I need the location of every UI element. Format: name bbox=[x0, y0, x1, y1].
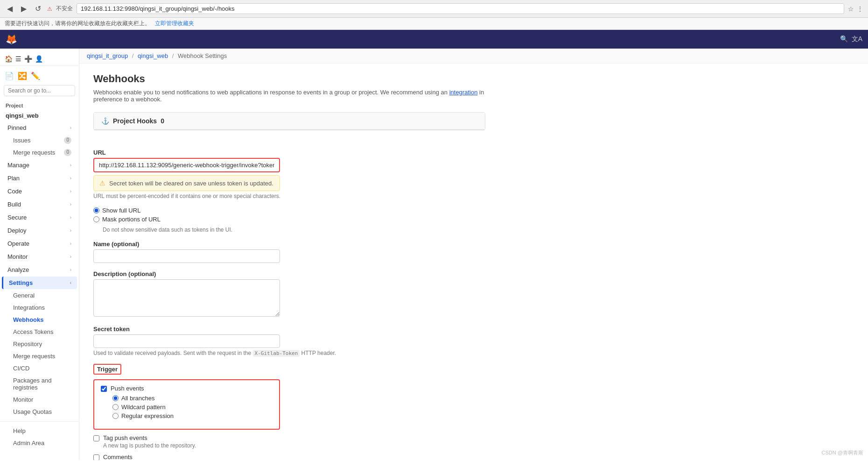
sidebar-avatar[interactable]: 👤 bbox=[35, 55, 43, 63]
secret-token-input[interactable] bbox=[93, 334, 280, 348]
security-warning-icon: ⚠ bbox=[47, 6, 52, 12]
url-input[interactable] bbox=[93, 158, 280, 172]
page-description: Webhooks enable you to send notification… bbox=[93, 89, 485, 103]
sidebar-item-merge-requests[interactable]: Merge requests 0 bbox=[2, 147, 77, 158]
x-gitlab-token-code: X-Gitlab-Token bbox=[253, 350, 300, 357]
sidebar-icons-row: 📄 🔀 ✏️ bbox=[0, 70, 79, 82]
push-events-item: Push events All branches Wil bbox=[101, 385, 273, 419]
app-wrapper: 🦊 🔍 文A 🏠 ☰ ➕ 👤 📄 🔀 ✏️ Project bbox=[0, 30, 868, 460]
show-full-url-radio[interactable] bbox=[93, 207, 99, 213]
sidebar-item-monitor[interactable]: Monitor › bbox=[2, 250, 77, 263]
chevron-icon: › bbox=[70, 215, 71, 220]
sidebar-bottom: Help Admin Area bbox=[0, 421, 79, 449]
sidebar-plus-icon[interactable]: ➕ bbox=[24, 55, 32, 63]
sidebar-item-pinned[interactable]: Pinned › bbox=[2, 121, 77, 134]
breadcrumb: qingsi_it_group / qingsi_web / Webhook S… bbox=[79, 49, 868, 64]
sidebar-item-code[interactable]: Code › bbox=[2, 185, 77, 198]
description-textarea[interactable] bbox=[93, 279, 280, 317]
mask-url-option[interactable]: Mask portions of URL bbox=[93, 216, 485, 223]
sidebar-search-input[interactable] bbox=[4, 85, 75, 96]
star-icon[interactable]: ☆ bbox=[848, 5, 854, 13]
sidebar-settings-packages[interactable]: Packages and registries bbox=[2, 375, 77, 393]
sidebar-settings-access-tokens[interactable]: Access Tokens bbox=[2, 326, 77, 338]
url-label: URL bbox=[93, 149, 485, 156]
breadcrumb-project[interactable]: qingsi_web bbox=[138, 52, 168, 59]
topnav-search-icon[interactable]: 🔍 bbox=[840, 35, 848, 43]
sidebar-doc-icon[interactable]: 📄 bbox=[5, 71, 14, 80]
integration-link[interactable]: integration bbox=[449, 89, 478, 96]
secret-token-help: Used to validate received payloads. Sent… bbox=[93, 350, 485, 356]
breadcrumb-current: Webhook Settings bbox=[178, 52, 227, 59]
topnav-translate-icon[interactable]: 文A bbox=[852, 35, 862, 43]
comments-item: Comments A comment is added to an issue … bbox=[93, 454, 280, 460]
sidebar-item-settings[interactable]: Settings ‹ bbox=[2, 277, 77, 289]
description-label: Description (optional) bbox=[93, 270, 485, 277]
breadcrumb-group[interactable]: qingsi_it_group bbox=[87, 52, 128, 59]
sidebar-item-operate[interactable]: Operate › bbox=[2, 237, 77, 250]
trigger-label: Trigger bbox=[93, 364, 121, 375]
comments-checkbox[interactable] bbox=[93, 454, 99, 460]
sidebar-item-build[interactable]: Build › bbox=[2, 198, 77, 211]
push-events-sub-options: All branches Wildcard pattern bbox=[112, 395, 174, 419]
all-branches-option[interactable]: All branches bbox=[112, 395, 174, 402]
sidebar-settings-integrations[interactable]: Integrations bbox=[2, 302, 77, 313]
sidebar-settings-monitor[interactable]: Monitor bbox=[2, 394, 77, 405]
tag-push-events-item: Tag push events A new tag is pushed to t… bbox=[93, 434, 280, 449]
tag-push-events-checkbox[interactable] bbox=[93, 435, 99, 441]
warning-box: ⚠ Secret token will be cleared on save u… bbox=[93, 175, 280, 191]
chevron-icon: › bbox=[70, 202, 71, 207]
sidebar-admin-area[interactable]: Admin Area bbox=[2, 437, 77, 449]
sidebar-settings-general[interactable]: General bbox=[2, 290, 77, 301]
back-button[interactable]: ◀ bbox=[5, 3, 15, 14]
mask-url-help: Do not show sensitive data such as token… bbox=[93, 227, 485, 233]
project-hooks-label: Project Hooks bbox=[113, 117, 157, 125]
sidebar-home-icon[interactable]: 🏠 bbox=[5, 55, 13, 63]
bookmark-text: 需要进行快速访问，请将你的网址收藏放在此收藏夹栏上。 bbox=[5, 20, 150, 28]
url-radio-group: Show full URL Mask portions of URL Do no… bbox=[93, 207, 485, 233]
forward-button[interactable]: ▶ bbox=[19, 3, 29, 14]
sidebar-settings-cicd[interactable]: CI/CD bbox=[2, 362, 77, 374]
breadcrumb-sep-1: / bbox=[132, 52, 134, 59]
gitlab-topnav: 🦊 🔍 文A bbox=[0, 30, 868, 49]
sidebar-item-issues[interactable]: Issues 0 bbox=[2, 135, 77, 146]
menu-icon[interactable]: ⋮ bbox=[857, 5, 863, 13]
manage-bookmarks-link[interactable]: 立即管理收藏夹 bbox=[155, 20, 194, 28]
push-events-checkbox[interactable] bbox=[101, 386, 107, 392]
chevron-icon: › bbox=[70, 125, 71, 130]
sidebar-settings-usage-quotas[interactable]: Usage Quotas bbox=[2, 406, 77, 418]
all-branches-radio[interactable] bbox=[112, 395, 119, 401]
breadcrumb-sep-2: / bbox=[172, 52, 174, 59]
sidebar-top: 🏠 ☰ ➕ 👤 bbox=[0, 52, 79, 66]
sidebar-settings-webhooks[interactable]: Webhooks bbox=[2, 314, 77, 326]
sidebar-settings-merge-requests[interactable]: Merge requests bbox=[2, 350, 77, 362]
name-input[interactable] bbox=[93, 249, 280, 263]
sidebar-item-secure[interactable]: Secure › bbox=[2, 211, 77, 224]
sidebar-edit-icon[interactable]: ✏️ bbox=[31, 71, 40, 80]
sidebar-settings-repository[interactable]: Repository bbox=[2, 338, 77, 350]
secret-token-group: Secret token Used to validate received p… bbox=[93, 326, 485, 356]
sidebar-item-manage[interactable]: Manage › bbox=[2, 159, 77, 171]
refresh-button[interactable]: ↺ bbox=[33, 3, 43, 14]
wildcard-pattern-option[interactable]: Wildcard pattern bbox=[112, 404, 174, 411]
sidebar-item-plan[interactable]: Plan › bbox=[2, 172, 77, 184]
chevron-icon: › bbox=[70, 176, 71, 181]
mask-url-radio[interactable] bbox=[93, 216, 99, 222]
gitlab-logo-icon[interactable]: 🦊 bbox=[6, 34, 17, 45]
sidebar-merge-icon[interactable]: 🔀 bbox=[18, 71, 27, 80]
project-section-label: Project bbox=[0, 99, 79, 110]
sidebar-item-deploy[interactable]: Deploy › bbox=[2, 224, 77, 237]
warning-icon: ⚠ bbox=[99, 179, 105, 187]
regular-expression-radio[interactable] bbox=[112, 413, 119, 419]
sidebar-item-analyze[interactable]: Analyze › bbox=[2, 263, 77, 276]
wildcard-pattern-radio[interactable] bbox=[112, 404, 119, 410]
page-title: Webhooks bbox=[93, 73, 485, 85]
topnav-icons: 🔍 文A bbox=[840, 35, 862, 43]
main-content: qingsi_it_group / qingsi_web / Webhook S… bbox=[79, 49, 868, 460]
address-bar[interactable] bbox=[77, 3, 844, 14]
sidebar-help[interactable]: Help bbox=[2, 425, 77, 437]
chevron-icon: › bbox=[70, 189, 71, 194]
sidebar-menu-icon[interactable]: ☰ bbox=[15, 55, 21, 63]
show-full-url-option[interactable]: Show full URL bbox=[93, 207, 485, 214]
regular-expression-option[interactable]: Regular expression bbox=[112, 412, 174, 419]
url-help-text: URL must be percent-encoded if it contai… bbox=[93, 193, 485, 199]
